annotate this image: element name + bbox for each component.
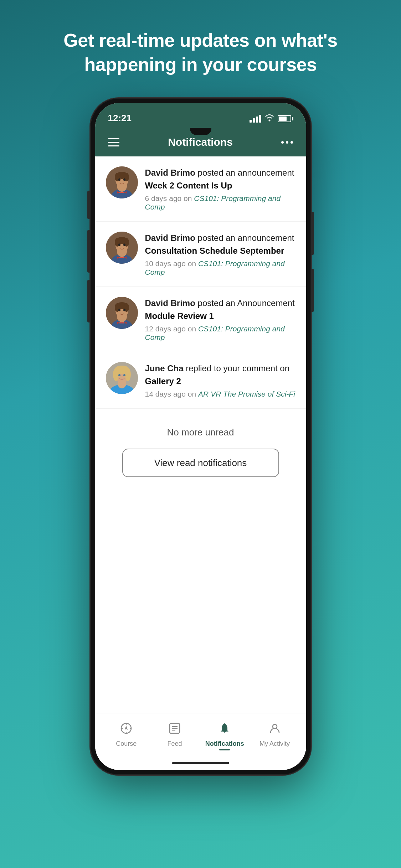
notification-item[interactable]: June Cha replied to your comment onGalle…: [95, 352, 306, 409]
notification-text: David Brimo posted an announcementWeek 2…: [145, 166, 295, 192]
notification-meta: 12 days ago on CS101: Programming and Co…: [145, 325, 295, 342]
view-read-button[interactable]: View read notifications: [122, 449, 279, 477]
svg-rect-12: [119, 192, 124, 193]
nav-label-notifications: Notifications: [205, 740, 244, 748]
svg-point-9: [123, 179, 125, 181]
person-icon: [268, 722, 281, 738]
notification-item[interactable]: David Brimo posted an announcementConsul…: [95, 222, 306, 287]
phone-mockup: 12:21: [90, 98, 311, 775]
avatar: [106, 166, 138, 198]
dot: [281, 141, 284, 144]
vol-down-button: [87, 230, 90, 273]
notification-item[interactable]: David Brimo posted an AnnouncementModule…: [95, 287, 306, 352]
battery-icon: [278, 115, 293, 122]
notification-person: David Brimo: [145, 233, 195, 243]
notification-person: David Brimo: [145, 168, 195, 177]
nav-item-feed[interactable]: Feed: [157, 722, 192, 748]
wifi-icon: [265, 114, 274, 124]
notification-text: David Brimo posted an AnnouncementModule…: [145, 297, 295, 322]
notification-person: David Brimo: [145, 298, 195, 308]
svg-point-4: [117, 180, 127, 192]
page-title: Notifications: [168, 136, 233, 148]
notification-content: David Brimo posted an announcementConsul…: [145, 232, 295, 277]
signal-icon: [250, 115, 261, 123]
svg-point-48: [123, 374, 125, 376]
status-time: 12:21: [108, 113, 132, 124]
svg-rect-38: [119, 322, 124, 324]
vol-up-button: [87, 191, 90, 219]
nav-item-course[interactable]: Course: [108, 722, 144, 748]
status-bar: 12:21: [95, 103, 306, 128]
svg-point-17: [117, 246, 127, 257]
svg-point-30: [117, 311, 127, 322]
notification-content: David Brimo posted an announcementWeek 2…: [145, 166, 295, 211]
svg-point-46: [115, 366, 128, 371]
no-more-section: No more unread View read notifications: [95, 409, 306, 488]
notification-title: Consultation Schedule September: [145, 244, 295, 257]
dot: [291, 141, 293, 144]
more-options-icon[interactable]: [281, 141, 293, 144]
notification-title: Gallery 2: [145, 375, 295, 388]
notification-content: June Cha replied to your comment onGalle…: [145, 362, 295, 398]
power-button: [87, 280, 90, 322]
notification-title: Week 2 Content Is Up: [145, 179, 295, 192]
notification-title: Module Review 1: [145, 310, 295, 322]
menu-line: [108, 145, 119, 146]
svg-point-8: [118, 179, 120, 181]
svg-point-22: [123, 244, 125, 246]
menu-icon[interactable]: [108, 138, 119, 146]
nav-item-my-activity[interactable]: My Activity: [257, 722, 293, 748]
menu-line: [108, 142, 119, 143]
dot: [286, 141, 288, 144]
menu-line: [108, 138, 119, 139]
svg-marker-54: [125, 725, 128, 730]
svg-point-47: [118, 374, 120, 376]
notification-item[interactable]: David Brimo posted an announcementWeek 2…: [95, 156, 306, 222]
phone-screen: 12:21: [95, 103, 306, 770]
compass-icon: [120, 722, 133, 738]
status-icons: [250, 114, 293, 124]
no-more-label: No more unread: [167, 427, 234, 438]
notifications-list: David Brimo posted an announcementWeek 2…: [95, 156, 306, 713]
home-bar: [172, 762, 229, 764]
notification-course: CS101: Programming and Comp: [145, 194, 281, 211]
notification-course: CS101: Programming and Comp: [145, 325, 285, 341]
notification-text: June Cha replied to your comment onGalle…: [145, 362, 295, 388]
notification-text: David Brimo posted an announcementConsul…: [145, 232, 295, 257]
nav-label-course: Course: [116, 740, 137, 748]
nav-label-feed: Feed: [168, 740, 182, 748]
notification-items: David Brimo posted an announcementWeek 2…: [95, 156, 306, 409]
svg-rect-25: [119, 257, 124, 258]
notification-meta: 14 days ago on AR VR The Promise of Sci-…: [145, 390, 295, 398]
nav-label-my-activity: My Activity: [259, 740, 290, 748]
feed-icon: [168, 722, 181, 738]
avatar: [106, 232, 138, 264]
notification-person: June Cha: [145, 363, 184, 373]
camera-notch: [190, 128, 211, 135]
svg-point-34: [118, 309, 120, 311]
notification-course: CS101: Programming and Comp: [145, 259, 285, 276]
svg-point-21: [118, 244, 120, 246]
notification-meta: 6 days ago on CS101: Programming and Com…: [145, 194, 295, 211]
notification-content: David Brimo posted an AnnouncementModule…: [145, 297, 295, 342]
bell-icon: [218, 722, 231, 738]
avatar: [106, 297, 138, 329]
home-indicator: [95, 756, 306, 770]
hero-heading: Get real-time updates on what's happenin…: [0, 0, 401, 91]
svg-point-35: [123, 309, 125, 311]
nav-item-notifications[interactable]: Notifications: [205, 722, 244, 748]
bottom-navigation: Course Feed: [95, 713, 306, 756]
notification-meta: 10 days ago on CS101: Programming and Co…: [145, 259, 295, 277]
notification-course: AR VR The Promise of Sci-Fi: [198, 390, 295, 398]
avatar: [106, 362, 138, 394]
